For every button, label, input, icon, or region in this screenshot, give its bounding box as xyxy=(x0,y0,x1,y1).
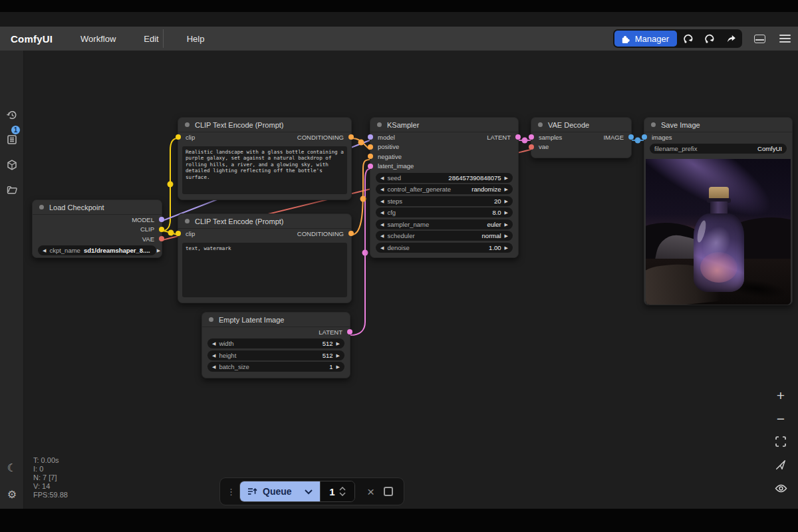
decrement-icon[interactable]: ◀ xyxy=(380,233,384,238)
node-title-bar[interactable]: Empty Latent Image xyxy=(202,313,350,327)
menu-help[interactable]: Help xyxy=(187,34,205,44)
stepper-down-icon[interactable] xyxy=(339,492,346,496)
zoom-out-button[interactable]: − xyxy=(771,409,790,428)
port-clip-in[interactable] xyxy=(176,134,181,140)
port-model-out[interactable] xyxy=(159,217,164,222)
bottom-panel-toggle-icon[interactable] xyxy=(751,31,767,47)
decrement-icon[interactable]: ◀ xyxy=(212,353,215,358)
port-latent-image-in[interactable] xyxy=(368,164,373,169)
port-images-in[interactable] xyxy=(642,134,647,140)
decrement-icon[interactable]: ◀ xyxy=(380,245,384,250)
port-clip-in[interactable] xyxy=(176,231,181,236)
increment-icon[interactable]: ▶ xyxy=(505,210,508,215)
queue-button[interactable]: Queue xyxy=(240,481,320,501)
increment-icon[interactable]: ▶ xyxy=(336,353,340,358)
decrement-icon[interactable]: ◀ xyxy=(380,199,384,203)
prompt-textarea[interactable]: Realistic landscape with a glass bottle … xyxy=(182,146,347,194)
decrement-icon[interactable]: ◀ xyxy=(380,210,384,215)
widget-denoise[interactable]: ◀ denoise 1.00 ▶ xyxy=(376,243,513,253)
widget-ckpt-name[interactable]: ◀ ckpt_name sd1/dreamshaper_8.... ▶ xyxy=(38,245,156,255)
history-icon[interactable] xyxy=(5,108,19,122)
widget-seed[interactable]: ◀ seed 286457390848075 ▶ xyxy=(376,173,513,183)
port-positive-in[interactable] xyxy=(368,144,373,150)
prompt-textarea[interactable]: text, watermark xyxy=(182,243,347,297)
node-collapse-dot[interactable] xyxy=(185,219,190,223)
menu-workflow[interactable]: Workflow xyxy=(80,34,116,44)
theme-toggle-moon-icon[interactable]: ☾ xyxy=(5,462,19,475)
node-title-bar[interactable]: CLIP Text Encode (Prompt) xyxy=(178,118,351,132)
node-collapse-dot[interactable] xyxy=(39,205,44,209)
increment-icon[interactable]: ▶ xyxy=(505,199,508,203)
stepper-up-icon[interactable] xyxy=(339,487,346,491)
widget-scheduler[interactable]: ◀ scheduler normal ▶ xyxy=(376,231,513,241)
share-icon[interactable] xyxy=(721,31,741,47)
increment-icon[interactable]: ▶ xyxy=(505,233,508,238)
node-collapse-dot[interactable] xyxy=(651,122,656,127)
decrement-icon[interactable]: ◀ xyxy=(380,222,384,227)
batch-count-stepper[interactable]: 1 xyxy=(320,481,355,501)
increment-icon[interactable]: ▶ xyxy=(505,176,508,180)
widget-batch-size[interactable]: ◀ batch_size 1 ▶ xyxy=(207,362,344,372)
model-library-icon[interactable] xyxy=(5,158,19,172)
node-collapse-dot[interactable] xyxy=(377,122,382,127)
increment-icon[interactable]: ▶ xyxy=(336,341,340,346)
fit-view-button[interactable] xyxy=(771,432,790,451)
node-clip-text-encode-negative[interactable]: CLIP Text Encode (Prompt) clip CONDITION… xyxy=(178,213,352,303)
increment-icon[interactable]: ▶ xyxy=(336,364,340,369)
port-conditioning-out[interactable] xyxy=(348,231,354,236)
node-collapse-dot[interactable] xyxy=(538,122,543,127)
manager-button[interactable]: Manager xyxy=(614,31,677,47)
port-negative-in[interactable] xyxy=(368,154,373,159)
node-collapse-dot[interactable] xyxy=(209,317,213,322)
port-samples-in[interactable] xyxy=(529,134,534,140)
workflows-icon[interactable] xyxy=(5,183,19,196)
decrement-icon[interactable]: ◀ xyxy=(380,176,384,180)
node-title-bar[interactable]: Save Image xyxy=(644,118,792,132)
drag-handle-icon[interactable]: ⋮ xyxy=(227,487,235,497)
increment-icon[interactable]: ▶ xyxy=(157,248,160,253)
node-title-bar[interactable]: KSampler xyxy=(370,118,518,132)
port-vae-out[interactable] xyxy=(159,236,164,241)
pan-mode-button[interactable] xyxy=(771,456,790,474)
widget-cfg[interactable]: ◀ cfg 8.0 ▶ xyxy=(376,207,513,217)
port-conditioning-out[interactable] xyxy=(348,134,354,140)
generated-image-preview[interactable] xyxy=(646,159,791,305)
port-latent-out[interactable] xyxy=(515,134,521,140)
port-latent-out[interactable] xyxy=(347,329,352,334)
decrement-icon[interactable]: ◀ xyxy=(380,187,384,192)
toggle-link-visibility-eye-icon[interactable] xyxy=(771,479,790,497)
widget-control-after-generate[interactable]: ◀ control_after_generate randomize ▶ xyxy=(376,184,513,194)
decrement-icon[interactable]: ◀ xyxy=(212,364,215,369)
node-ksampler[interactable]: KSampler model LATENT positive negative … xyxy=(370,117,519,258)
chevron-down-icon[interactable] xyxy=(304,489,313,495)
restart-secondary-icon[interactable] xyxy=(700,31,720,47)
increment-icon[interactable]: ▶ xyxy=(505,222,508,227)
zoom-in-button[interactable]: + xyxy=(771,386,790,404)
decrement-icon[interactable]: ◀ xyxy=(212,341,215,346)
node-load-checkpoint[interactable]: Load Checkpoint MODEL CLIP VAE ◀ ckpt_na… xyxy=(32,200,162,258)
settings-gear-icon[interactable]: ⚙ xyxy=(5,488,19,501)
port-vae-in[interactable] xyxy=(529,144,534,150)
increment-icon[interactable]: ▶ xyxy=(505,187,508,192)
node-clip-text-encode-positive[interactable]: CLIP Text Encode (Prompt) clip CONDITION… xyxy=(178,117,352,200)
widget-width[interactable]: ◀ width 512 ▶ xyxy=(207,338,344,348)
restart-icon[interactable] xyxy=(678,31,698,47)
port-model-in[interactable] xyxy=(368,134,373,140)
node-title-bar[interactable]: VAE Decode xyxy=(531,118,631,132)
widget-height[interactable]: ◀ height 512 ▶ xyxy=(207,350,344,360)
menu-edit[interactable]: Edit xyxy=(144,34,158,44)
node-title-bar[interactable]: Load Checkpoint xyxy=(33,200,162,215)
increment-icon[interactable]: ▶ xyxy=(505,245,508,250)
node-empty-latent-image[interactable]: Empty Latent Image LATENT ◀ width 512 ▶ … xyxy=(201,312,350,378)
node-library-icon[interactable] xyxy=(5,133,19,146)
node-vae-decode[interactable]: VAE Decode samples IMAGE vae xyxy=(531,117,632,158)
widget-steps[interactable]: ◀ steps 20 ▶ xyxy=(376,196,513,206)
port-clip-out[interactable] xyxy=(159,227,164,232)
node-save-image[interactable]: Save Image images filename_prefix ComfyU… xyxy=(644,117,793,305)
widget-filename-prefix[interactable]: filename_prefix ComfyUI xyxy=(650,144,787,154)
widget-sampler-name[interactable]: ◀ sampler_name euler ▶ xyxy=(376,219,513,229)
node-title-bar[interactable]: CLIP Text Encode (Prompt) xyxy=(178,214,351,229)
port-image-out[interactable] xyxy=(628,134,634,140)
node-collapse-dot[interactable] xyxy=(185,122,190,127)
stop-icon[interactable] xyxy=(384,487,393,496)
